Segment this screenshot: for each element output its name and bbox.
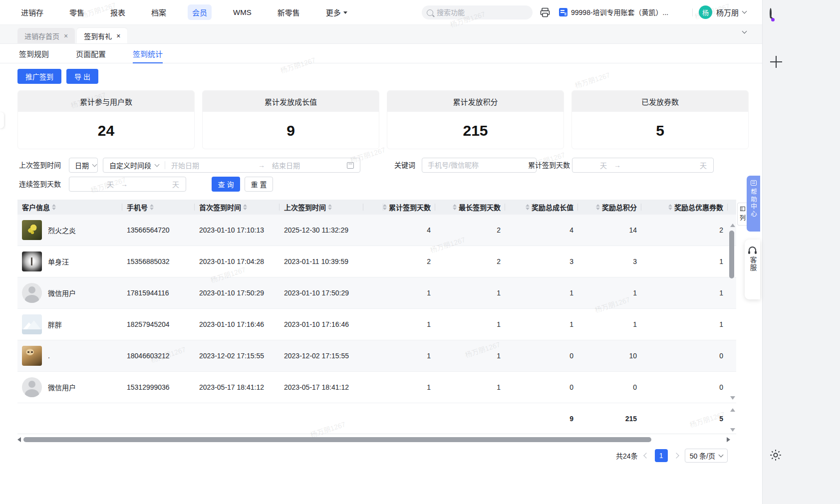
section-tab[interactable]: 页面配置 <box>76 44 106 63</box>
scroll-right-icon[interactable] <box>727 437 730 442</box>
horizontal-scrollbar-thumb[interactable] <box>23 437 651 442</box>
total-count: 共24条 <box>616 451 638 461</box>
date-range-control[interactable]: 自定义时间段 开始日期 → 结束日期 <box>103 158 360 173</box>
nav-menu-item[interactable]: 新零售 <box>273 4 304 20</box>
sort-icon[interactable] <box>596 204 600 210</box>
tabs-collapse-icon[interactable] <box>742 29 747 34</box>
customer-cell: 单身汪 <box>17 246 122 277</box>
prev-page-icon[interactable] <box>643 453 649 458</box>
table-header-cell[interactable]: 上次签到时间 <box>280 200 363 215</box>
growth-cell: 1 <box>505 309 578 340</box>
user-menu[interactable]: 杨 杨万朋 <box>699 5 746 19</box>
table-row[interactable]: 单身汪 15356885032 2023-01-10 17:04:28 2023… <box>17 246 736 277</box>
column-label: 客户信息 <box>22 202 50 212</box>
nav-menu-item[interactable]: 档案 <box>147 4 171 20</box>
scroll-up-icon[interactable] <box>730 224 735 227</box>
coupons-cell: 0 <box>641 372 728 403</box>
sort-icon[interactable] <box>328 204 332 210</box>
nav-menu-item[interactable]: WMS <box>229 5 256 19</box>
close-tab-icon[interactable]: × <box>116 32 120 39</box>
last-signin-cell: 2023-01-10 17:16:46 <box>280 309 363 340</box>
start-date-placeholder[interactable]: 开始日期 <box>171 160 199 170</box>
date-type-select[interactable]: 日期 <box>69 158 98 173</box>
horizontal-scrollbar[interactable] <box>17 436 730 443</box>
export-button[interactable]: 导 出 <box>66 69 98 84</box>
table-row[interactable]: . 18046603212 2023-12-02 17:15:55 2023-1… <box>17 340 736 372</box>
drawer-handle[interactable] <box>0 112 4 128</box>
nav-menu-item[interactable]: 零售 <box>65 4 89 20</box>
stat-card-title: 累计发放成长值 <box>203 91 379 112</box>
settings-gear-icon[interactable] <box>769 448 783 462</box>
customer-cell: 微信用户 <box>17 277 122 308</box>
calendar-icon[interactable] <box>347 162 354 169</box>
table-row[interactable]: 微信用户 17815944116 2023-01-10 17:50:29 202… <box>17 277 736 309</box>
table-row[interactable]: 胖胖 18257945204 2023-01-10 17:16:46 2023-… <box>17 309 736 340</box>
sort-icon[interactable] <box>383 204 387 210</box>
coupons-cell: 2 <box>641 215 728 246</box>
sort-icon[interactable] <box>52 204 56 210</box>
table-header-cell[interactable]: 奖励总优惠券数 <box>641 200 728 215</box>
global-search[interactable] <box>422 5 533 19</box>
section-tab[interactable]: 签到规则 <box>19 44 49 63</box>
add-icon[interactable] <box>770 56 782 68</box>
streak-range-input[interactable]: 天 → 天 <box>69 177 186 192</box>
nav-menu-item[interactable]: 报表 <box>106 4 130 20</box>
reset-button[interactable]: 重 置 <box>245 177 273 192</box>
sort-icon[interactable] <box>453 204 457 210</box>
next-page-icon[interactable] <box>673 453 679 458</box>
column-settings-tab[interactable]: 列 <box>737 203 748 226</box>
query-button[interactable]: 查 询 <box>212 177 240 192</box>
promote-signin-button[interactable]: 推广签到 <box>17 69 61 84</box>
top-navigation: 进销存 零售 报表 档案 会员 <box>0 0 762 25</box>
customer-name: 烈火之炎 <box>48 225 76 235</box>
section-tabs: 签到规则 页面配置 签到统计 <box>0 44 762 63</box>
table-header-cell[interactable]: 累计签到天数 <box>383 200 435 215</box>
sort-icon[interactable] <box>668 204 672 210</box>
close-tab-icon[interactable]: × <box>64 32 68 39</box>
summary-scroll-down-icon[interactable] <box>730 428 735 432</box>
table-header-cell[interactable]: 首次签到时间 <box>195 200 280 215</box>
sort-icon[interactable] <box>526 204 530 210</box>
sort-icon[interactable] <box>243 204 247 210</box>
search-input[interactable] <box>437 8 517 16</box>
keyword-field[interactable] <box>422 158 537 173</box>
last-signin-cell: 2023-01-10 17:50:29 <box>280 277 363 308</box>
vertical-scrollbar-thumb[interactable] <box>729 231 734 278</box>
account-set-name: 99998-培训专用账套（黄凯）... <box>571 7 668 17</box>
section-tab-label: 签到规则 <box>19 48 49 59</box>
section-tab[interactable]: 签到统计 <box>133 44 163 63</box>
nav-menu-item[interactable]: 更多 <box>321 4 352 20</box>
nav-menu-item[interactable]: 进销存 <box>16 4 48 20</box>
sort-icon[interactable] <box>150 204 154 210</box>
table-row[interactable]: 微信用户 15312999036 2023-05-17 18:41:12 202… <box>17 372 736 403</box>
page-tab[interactable]: 签到有礼 × <box>77 28 127 43</box>
table-header-cell[interactable]: 手机号 <box>122 200 195 215</box>
table-row[interactable]: 烈火之炎 13566564720 2023-01-10 17:10:13 202… <box>17 215 736 246</box>
current-page-button[interactable]: 1 <box>655 449 668 462</box>
range-type-value: 自定义时间段 <box>109 160 151 170</box>
stat-card-title: 已发放券数 <box>572 91 748 112</box>
page-tab[interactable]: 进销存首页 × <box>17 28 75 43</box>
table-header-cell[interactable]: 奖励总积分 <box>578 200 641 215</box>
summary-scroll-up-icon[interactable] <box>730 408 735 412</box>
table-header-cell[interactable]: 最长签到天数 <box>435 200 505 215</box>
first-signin-cell: 2023-01-10 17:04:28 <box>195 246 280 277</box>
scroll-left-icon[interactable] <box>17 437 21 442</box>
table-header-cell[interactable]: 客户信息 <box>17 200 122 215</box>
customer-service-button[interactable]: 客服 <box>745 240 760 299</box>
help-center-button[interactable]: 帮助中心 <box>747 176 760 232</box>
total-days-range-input[interactable]: 天 → 天 <box>572 158 714 173</box>
end-date-placeholder[interactable]: 结束日期 <box>272 160 300 170</box>
longest-days-cell: 1 <box>435 340 505 371</box>
account-set-selector[interactable]: 99998-培训专用账套（黄凯）... <box>559 7 668 17</box>
screenshot-search-icon[interactable] <box>770 9 772 18</box>
phone-cell: 18257945204 <box>122 309 195 340</box>
scroll-down-icon[interactable] <box>730 396 735 400</box>
table-header-cell[interactable]: 奖励总成长值 <box>505 200 578 215</box>
print-icon[interactable] <box>540 7 551 18</box>
page-size-select[interactable]: 50 条/页 <box>685 449 728 463</box>
keyword-input[interactable] <box>428 161 531 169</box>
chevron-down-icon <box>92 162 97 167</box>
nav-menu-item[interactable]: 会员 <box>188 4 212 20</box>
table-header-cell[interactable] <box>363 200 383 215</box>
